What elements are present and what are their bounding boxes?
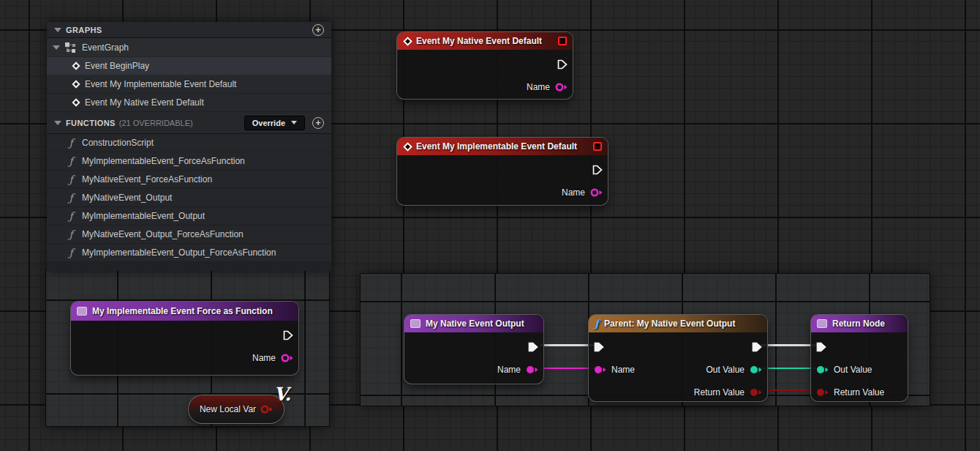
function-icon: ƒ: [66, 137, 76, 149]
sidebar-item-event-beginplay[interactable]: Event BeginPlay: [47, 57, 331, 75]
event-icon: [403, 37, 412, 46]
node-header[interactable]: Event My Native Event Default: [397, 32, 573, 50]
collapse-arrow-icon[interactable]: [54, 28, 61, 32]
overridable-count: (21 OVERRIDABLE): [119, 119, 193, 127]
event-icon: [72, 80, 80, 88]
collapse-arrow-icon[interactable]: [54, 121, 61, 125]
name-output-pin[interactable]: [526, 365, 538, 375]
name-output-pin[interactable]: [590, 187, 603, 198]
sidebar-item-eventgraph[interactable]: EventGraph: [47, 38, 331, 57]
return-value-input-pin[interactable]: [816, 387, 829, 398]
sidebar-item-myimplementableevent-output-forceasfunction[interactable]: ƒ MyImplementableEvent_Output_ForceAsFun…: [47, 244, 331, 262]
sidebar-item-event-my-implementable[interactable]: Event My Implementable Event Default: [47, 75, 331, 94]
function-entry-icon: [77, 307, 87, 316]
event-icon: [72, 61, 80, 70]
sidebar-item-constructionscript[interactable]: ƒ ConstructionScript: [47, 134, 331, 152]
exec-output-pin[interactable]: [557, 59, 568, 70]
exec-input-pin[interactable]: [594, 342, 604, 352]
node-title: My Implementable Event Force as Function: [92, 306, 273, 316]
sidebar-item-event-my-native[interactable]: Event My Native Event Default: [47, 94, 331, 112]
exec-output-pin[interactable]: [283, 330, 293, 340]
parent-function-icon: ƒ: [595, 318, 599, 329]
function-entry-icon: [410, 319, 421, 328]
add-graph-button[interactable]: +: [312, 24, 324, 36]
pin-label: Out Value: [834, 365, 872, 375]
sidebar-item-myimplementableevent-output[interactable]: ƒ MyImplementableEvent_Output: [47, 207, 331, 225]
node-header[interactable]: Event My Implementable Event Default: [397, 138, 608, 155]
out-value-input-pin[interactable]: [816, 365, 829, 375]
graphs-section-title: GRAPHS: [66, 26, 102, 34]
my-blueprint-panel: GRAPHS + EventGraph Event BeginPlay Even…: [47, 22, 331, 271]
functions-section-header[interactable]: FUNCTIONS (21 OVERRIDABLE) Override +: [47, 112, 331, 134]
out-value-output-pin[interactable]: [750, 365, 762, 375]
node-parent-my-native-event-output[interactable]: ƒ Parent: My Native Event Output: [589, 315, 767, 401]
function-item-label: MyImplementableEvent_Output: [82, 211, 205, 221]
pin-label: Name: [497, 365, 521, 375]
chevron-down-icon: [291, 121, 297, 124]
node-title: Return Node: [832, 318, 885, 329]
blueprint-graph-canvas[interactable]: GRAPHS + EventGraph Event BeginPlay Even…: [0, 0, 980, 451]
graph-item-label: EventGraph: [82, 42, 129, 53]
name-input-pin[interactable]: [594, 365, 606, 375]
node-event-my-native-event-default[interactable]: Event My Native Event Default Name: [397, 32, 573, 99]
sidebar-item-mynativeevent-forceasfunction[interactable]: ƒ MyNativeEvent_ForceAsFunction: [47, 171, 331, 189]
node-event-my-implementable-event-default[interactable]: Event My Implementable Event Default Nam…: [397, 138, 608, 205]
exec-output-pin[interactable]: [592, 165, 603, 175]
function-item-label: MyImplementableEvent_Output_ForceAsFunct…: [82, 247, 276, 258]
graph-item-label: Event My Native Event Default: [85, 97, 204, 108]
graph-item-label: Event BeginPlay: [85, 61, 149, 71]
function-item-label: MyNativeEvent_ForceAsFunction: [82, 174, 212, 184]
exec-output-pin[interactable]: [528, 342, 538, 352]
function-icon: ƒ: [66, 228, 76, 240]
eventgraph-icon: [65, 42, 76, 53]
graphs-section-header[interactable]: GRAPHS +: [47, 22, 331, 38]
override-dropdown-label: Override: [252, 119, 285, 127]
node-header[interactable]: My Native Event Output: [404, 315, 543, 332]
name-output-pin[interactable]: [281, 353, 293, 363]
node-header[interactable]: ƒ Parent: My Native Event Output: [589, 315, 767, 332]
function-item-label: ConstructionScript: [82, 138, 154, 148]
node-new-local-var[interactable]: V. New Local Var: [189, 395, 284, 423]
function-icon: ƒ: [66, 210, 76, 222]
node-header[interactable]: My Implementable Event Force as Function: [71, 302, 298, 321]
collapse-arrow-icon[interactable]: [53, 45, 60, 50]
exec-output-pin[interactable]: [752, 342, 762, 352]
return-value-output-pin[interactable]: [750, 387, 762, 398]
override-dropdown[interactable]: Override: [244, 116, 305, 130]
pin-label: Return Value: [694, 387, 745, 398]
name-output-pin[interactable]: [555, 82, 568, 92]
event-icon: [72, 98, 80, 106]
event-icon: [403, 142, 412, 152]
return-node-icon: [817, 319, 827, 328]
pin-label: Name: [527, 82, 550, 92]
function-icon: ƒ: [66, 247, 76, 258]
functions-section-title: FUNCTIONS: [66, 119, 116, 127]
function-icon: ƒ: [66, 174, 76, 185]
pin-label: Name: [611, 365, 635, 375]
node-title: My Native Event Output: [426, 318, 524, 329]
function-item-label: MyNativeEvent_Output: [82, 193, 172, 203]
function-icon: ƒ: [66, 155, 76, 167]
graph-item-label: Event My Implementable Event Default: [85, 79, 236, 89]
red-stop-icon: [558, 37, 567, 45]
node-return-node[interactable]: Return Node Out Value Return V: [811, 315, 908, 401]
sidebar-item-mynativeevent-output[interactable]: ƒ MyNativeEvent_Output: [47, 189, 331, 207]
local-var-output-pin[interactable]: [260, 404, 273, 414]
node-my-implementable-event-force-as-function[interactable]: My Implementable Event Force as Function…: [71, 302, 298, 375]
sidebar-item-mynativeevent-output-forceasfunction[interactable]: ƒ MyNativeEvent_Output_ForceAsFunction: [47, 225, 331, 244]
node-my-native-event-output[interactable]: My Native Event Output Name: [404, 315, 543, 384]
node-title: Event My Implementable Event Default: [416, 141, 577, 152]
function-item-label: MyNativeEvent_Output_ForceAsFunction: [82, 229, 244, 239]
pin-label: Return Value: [834, 387, 884, 398]
function-item-label: MyImplementableEvent_ForceAsFunction: [82, 156, 245, 166]
exec-input-pin[interactable]: [816, 342, 826, 352]
node-header[interactable]: Return Node: [811, 315, 908, 332]
node-title: Parent: My Native Event Output: [604, 318, 735, 329]
function-icon: ƒ: [66, 192, 76, 204]
pin-label: Name: [252, 353, 276, 363]
local-var-label: New Local Var: [200, 404, 256, 414]
sidebar-item-myimplementableevent-forceasfunction[interactable]: ƒ MyImplementableEvent_ForceAsFunction: [47, 152, 331, 171]
add-function-button[interactable]: +: [312, 117, 324, 129]
node-title: Event My Native Event Default: [416, 36, 542, 46]
local-variable-watermark: V.: [274, 384, 291, 405]
